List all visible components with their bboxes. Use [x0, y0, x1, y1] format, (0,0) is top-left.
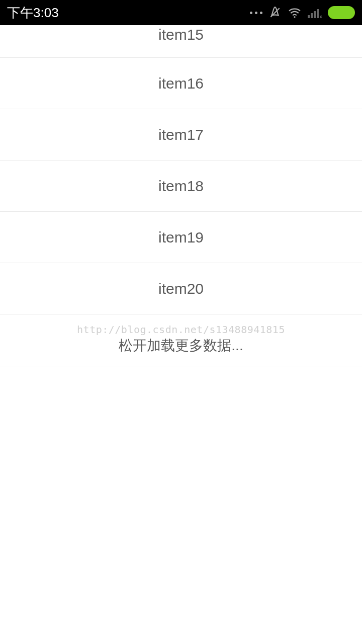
list-item[interactable]: item17	[0, 109, 362, 160]
svg-rect-5	[317, 9, 319, 18]
svg-text:x: x	[320, 14, 322, 18]
status-icons: x	[250, 6, 355, 19]
list-item[interactable]: item20	[0, 263, 362, 314]
battery-icon	[328, 6, 355, 19]
list-item[interactable]: item18	[0, 160, 362, 212]
status-bar: 下午3:03 x	[0, 0, 362, 25]
svg-point-1	[294, 16, 295, 18]
wifi-icon	[288, 7, 302, 18]
svg-rect-4	[314, 11, 316, 18]
list-item[interactable]: item19	[0, 212, 362, 263]
list-item[interactable]: item16	[0, 58, 362, 109]
svg-rect-2	[308, 15, 310, 18]
list-item[interactable]: item15	[0, 25, 362, 58]
list-item-label: item17	[158, 126, 204, 143]
list-view[interactable]: item15 item16 item17 item18 item19 item2…	[0, 25, 362, 366]
list-item-label: item16	[158, 75, 204, 92]
svg-rect-3	[311, 13, 313, 18]
watermark-text: http://blog.csdn.net/s13488941815	[77, 324, 285, 336]
load-more-footer[interactable]: http://blog.csdn.net/s13488941815 松开加载更多…	[0, 314, 362, 366]
more-dots-icon	[250, 12, 262, 14]
list-item-label: item15	[158, 26, 204, 43]
load-more-label: 松开加载更多数据...	[119, 336, 243, 355]
list-item-label: item20	[158, 280, 204, 297]
status-time: 下午3:03	[7, 4, 59, 22]
list-item-label: item18	[158, 178, 204, 195]
mute-icon	[268, 6, 282, 19]
list-item-label: item19	[158, 229, 204, 246]
signal-icon: x	[308, 7, 322, 18]
